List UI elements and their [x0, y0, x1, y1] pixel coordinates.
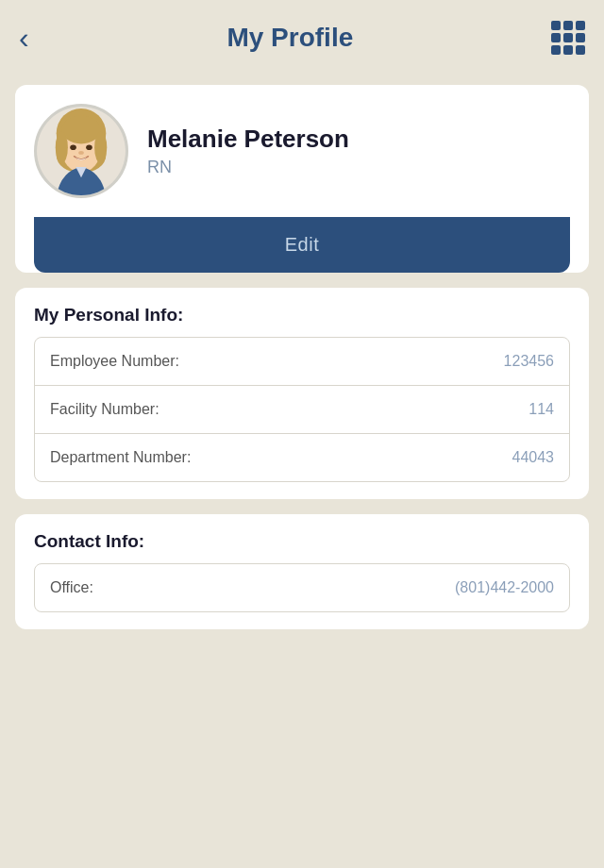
avatar: [34, 104, 128, 198]
profile-role: RN: [147, 158, 349, 177]
office-value: (801)442-2000: [455, 579, 554, 596]
svg-point-8: [70, 144, 76, 150]
personal-info-table: Employee Number: 123456 Facility Number:…: [34, 337, 570, 482]
profile-name: Melanie Peterson: [147, 125, 349, 154]
grid-dot: [551, 33, 561, 42]
grid-dot: [576, 45, 585, 55]
facility-number-value: 114: [528, 401, 554, 418]
grid-dot: [576, 33, 585, 42]
back-button[interactable]: ‹: [19, 23, 29, 53]
grid-dot: [563, 21, 573, 30]
contact-info-title: Contact Info:: [34, 531, 570, 552]
office-label: Office:: [50, 579, 93, 596]
svg-point-10: [78, 151, 84, 155]
employee-number-value: 123456: [504, 353, 554, 370]
table-row: Employee Number: 123456: [35, 338, 569, 386]
grid-dot: [563, 45, 573, 55]
grid-dot: [563, 33, 573, 42]
facility-number-label: Facility Number:: [50, 401, 159, 418]
svg-point-5: [61, 115, 100, 143]
svg-point-7: [94, 131, 107, 163]
contact-info-table: Office: (801)442-2000: [34, 563, 570, 612]
profile-info: Melanie Peterson RN: [34, 104, 570, 217]
contact-info-section: Contact Info: Office: (801)442-2000: [15, 514, 589, 629]
grid-dot: [551, 45, 561, 55]
table-row: Office: (801)442-2000: [35, 564, 569, 611]
svg-point-9: [86, 144, 92, 150]
employee-number-label: Employee Number:: [50, 353, 179, 370]
department-number-value: 44043: [512, 449, 555, 466]
apps-grid-icon[interactable]: [551, 21, 585, 55]
app-header: ‹ My Profile: [0, 0, 604, 75]
personal-info-title: My Personal Info:: [34, 305, 570, 326]
department-number-label: Department Number:: [50, 449, 191, 466]
page-title: My Profile: [226, 23, 353, 53]
table-row: Facility Number: 114: [35, 386, 569, 434]
svg-point-6: [56, 131, 68, 163]
edit-button[interactable]: Edit: [34, 217, 570, 273]
profile-card: Melanie Peterson RN Edit: [15, 85, 589, 273]
table-row: Department Number: 44043: [35, 434, 569, 481]
grid-dot: [551, 21, 561, 30]
personal-info-section: My Personal Info: Employee Number: 12345…: [15, 288, 589, 499]
grid-dot: [576, 21, 585, 30]
profile-text: Melanie Peterson RN: [147, 125, 349, 177]
